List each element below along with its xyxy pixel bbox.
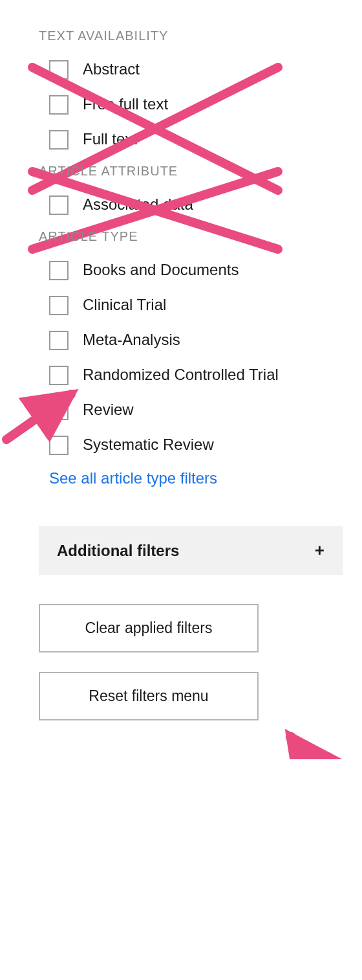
checkbox-rct[interactable] [49,366,69,385]
label-systematic-review: Systematic Review [83,434,214,454]
label-abstract: Abstract [83,59,140,79]
checkbox-abstract[interactable] [49,60,69,80]
svg-line-7 [291,737,356,759]
checkbox-clinical-trial[interactable] [49,296,69,315]
text-availability-header: TEXT AVAILABILITY [39,28,343,43]
article-type-header: ARTICLE TYPE [39,229,343,244]
filter-group-text-availability: TEXT AVAILABILITY Abstract Free full tex… [39,28,343,150]
label-rct: Randomized Controlled Trial [83,364,279,384]
checkbox-review[interactable] [49,401,69,420]
reset-filters-menu-button[interactable]: Reset filters menu [39,672,259,720]
plus-icon: + [315,540,325,561]
filter-row-systematic-review[interactable]: Systematic Review [39,434,343,455]
checkbox-systematic-review[interactable] [49,436,69,455]
label-associated-data: Associated data [83,194,193,214]
checkbox-meta-analysis[interactable] [49,331,69,350]
filter-group-article-attribute: ARTICLE ATTRIBUTE Associated data [39,164,343,215]
filter-row-books-documents[interactable]: Books and Documents [39,260,343,280]
filter-row-meta-analysis[interactable]: Meta-Analysis [39,329,343,350]
filter-row-free-full-text[interactable]: Free full text [39,94,343,115]
label-books-documents: Books and Documents [83,260,239,280]
label-free-full-text: Free full text [83,94,168,114]
filter-row-rct[interactable]: Randomized Controlled Trial [39,364,343,385]
filter-row-abstract[interactable]: Abstract [39,59,343,80]
label-clinical-trial: Clinical Trial [83,295,166,315]
checkbox-associated-data[interactable] [49,195,69,215]
checkbox-books-documents[interactable] [49,261,69,280]
checkbox-free-full-text[interactable] [49,95,69,115]
label-meta-analysis: Meta-Analysis [83,329,180,350]
see-all-article-type-link[interactable]: See all article type filters [39,469,343,487]
label-review: Review [83,399,134,419]
additional-filters-label: Additional filters [57,542,179,560]
filter-row-review[interactable]: Review [39,399,343,420]
clear-applied-filters-button[interactable]: Clear applied filters [39,604,259,652]
arrow-annotation-additional-filters [272,724,362,759]
checkbox-full-text[interactable] [49,130,69,150]
filter-group-article-type: ARTICLE TYPE Books and Documents Clinica… [39,229,343,487]
label-full-text: Full text [83,129,137,149]
filter-row-clinical-trial[interactable]: Clinical Trial [39,295,343,315]
filter-row-associated-data[interactable]: Associated data [39,194,343,215]
additional-filters-button[interactable]: Additional filters + [39,526,343,575]
action-buttons-group: Clear applied filters Reset filters menu [39,604,343,720]
article-attribute-header: ARTICLE ATTRIBUTE [39,164,343,179]
filter-row-full-text[interactable]: Full text [39,129,343,150]
